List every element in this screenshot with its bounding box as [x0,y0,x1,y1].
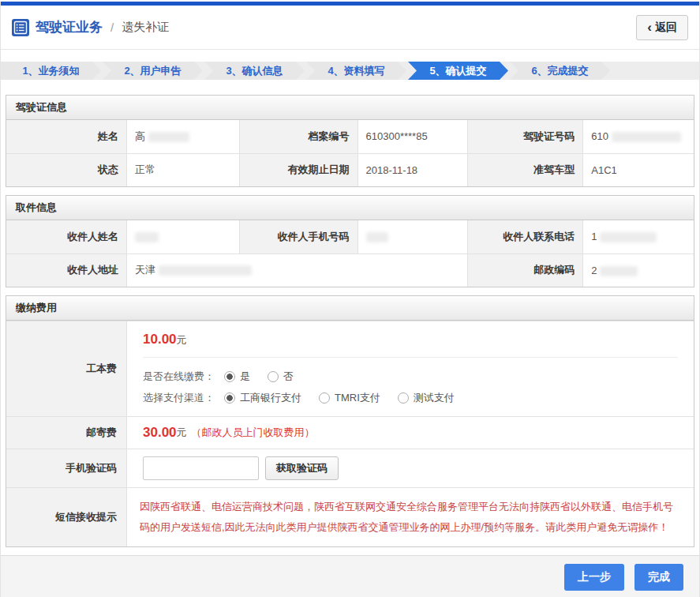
file-number-value: 610300****85 [357,120,467,153]
postage-fee-label: 邮寄费 [6,417,127,449]
channel-tmri-option[interactable]: TMRI支付 [319,387,380,408]
page-subtitle: 遗失补证 [122,20,169,35]
redacted-value [159,265,252,276]
recipient-address-label: 收件人地址 [6,253,126,287]
recipient-name-value [126,220,239,253]
sms-notice-row: 短信接收提示 因陕西省联通、电信运营商技术问题，陕西省互联网交通安全综合服务管理… [6,487,694,546]
valid-until-label: 有效期止日期 [239,153,357,186]
license-info-section: 驾驶证信息 姓名 高 档案编号 610300****85 驾驶证号码 610 状… [6,95,694,187]
online-payment-question-row: 是否在线缴费： 是 否 [143,366,678,387]
radio-selected-icon[interactable] [224,392,235,404]
status-label: 状态 [6,153,126,186]
name-value: 高 [126,120,239,153]
get-code-button[interactable]: 获取验证码 [265,456,339,480]
previous-step-button[interactable]: 上一步 [564,564,624,591]
chevron-left-icon: ‹ [647,23,652,32]
step-2-user-declaration[interactable]: 2、用户申告 [103,62,203,80]
postage-fee-body: 30.00元 （邮政人员上门收取费用） [127,417,694,449]
captcha-body: 获取验证码 [127,449,694,487]
production-fee-amount: 10.00 [143,332,177,347]
valid-until-value: 2018-11-18 [357,153,467,186]
license-info-table: 姓名 高 档案编号 610300****85 驾驶证号码 610 状态 正常 有… [6,120,694,186]
radio-selected-icon[interactable] [224,371,235,382]
channel-icbc-option[interactable]: 工商银行支付 [224,387,301,408]
divider [143,357,678,358]
table-row: 收件人地址 天津 邮政编码 2 [6,253,694,287]
production-fee-amount-line: 10.00元 [143,332,678,347]
name-label: 姓名 [6,120,126,153]
finish-button[interactable]: 完成 [634,564,683,591]
recipient-name-label: 收件人姓名 [6,220,126,253]
step-6-complete-submit[interactable]: 6、完成提交 [510,62,610,80]
vehicle-class-value: A1C1 [583,153,694,186]
online-payment-yes-option[interactable]: 是 [224,366,250,387]
fees-section: 缴纳费用 工本费 10.00元 是否在线缴费： 是 否 [6,295,694,547]
status-value: 正常 [126,153,239,186]
payment-channel-question: 选择支付渠道： [143,387,215,408]
postage-fee-unit: 元 [177,426,187,440]
table-row: 姓名 高 档案编号 610300****85 驾驶证号码 610 [6,120,694,153]
file-number-label: 档案编号 [239,120,357,153]
step-1-business-notice[interactable]: 1、业务须知 [1,62,101,80]
list-icon [12,19,29,36]
redacted-value [366,232,388,242]
table-row: 状态 正常 有效期止日期 2018-11-18 准驾车型 A1C1 [6,153,694,186]
postage-fee-amount: 30.00 [143,425,177,441]
production-fee-row: 工本费 10.00元 是否在线缴费： 是 否 [6,321,694,416]
step-3-confirm-info[interactable]: 3、确认信息 [204,62,305,80]
fees-title: 缴纳费用 [6,296,694,321]
radio-unselected-icon[interactable] [319,392,330,404]
sms-notice-label: 短信接收提示 [6,488,127,546]
online-payment-no-label: 否 [283,366,294,387]
production-fee-unit: 元 [177,334,187,346]
pickup-info-table: 收件人姓名 收件人手机号码 收件人联系电话 1 收件人地址 天津 邮政编码 2 [6,220,694,287]
postal-code-value: 2 [583,253,694,287]
recipient-mobile-value [357,220,467,253]
license-info-title: 驾驶证信息 [6,96,694,120]
step-4-fill-data[interactable]: 4、资料填写 [306,62,406,80]
pickup-info-title: 取件信息 [6,196,694,220]
back-button-label: 返回 [655,21,677,35]
radio-unselected-icon[interactable] [268,371,279,382]
table-row: 收件人姓名 收件人手机号码 收件人联系电话 1 [6,220,694,253]
channel-tmri-label: TMRI支付 [335,387,380,408]
recipient-address-value: 天津 [126,253,467,287]
channel-icbc-label: 工商银行支付 [240,387,301,408]
page: 驾驶证业务 / 遗失补证 ‹ 返回 1、业务须知 2、用户申告 3、确认信息 4… [0,2,700,597]
step-5-confirm-submit[interactable]: 5、确认提交 [408,62,508,80]
back-button[interactable]: ‹ 返回 [636,15,688,40]
footer-action-bar: 上一步 完成 [1,555,699,597]
postage-fee-row: 邮寄费 30.00元 （邮政人员上门收取费用） [6,416,694,449]
recipient-phone-label: 收件人联系电话 [467,220,582,253]
redacted-value [600,266,638,276]
license-number-value: 610 [583,120,694,153]
redacted-value [600,232,657,242]
captcha-label: 手机验证码 [6,449,127,487]
page-title: 驾驶证业务 [36,18,103,36]
online-payment-question: 是否在线缴费： [143,366,215,387]
online-payment-no-option[interactable]: 否 [268,366,294,387]
postage-fee-note: （邮政人员上门收取费用） [192,426,315,440]
captcha-input[interactable] [143,456,259,480]
redacted-value [612,132,681,142]
step-wizard: 1、业务须知 2、用户申告 3、确认信息 4、资料填写 5、确认提交 6、完成提… [1,62,699,80]
breadcrumb-divider: / [110,21,114,34]
captcha-row: 手机验证码 获取验证码 [6,449,694,487]
vehicle-class-label: 准驾车型 [467,153,582,186]
redacted-value [135,232,159,242]
postal-code-label: 邮政编码 [467,253,582,287]
online-payment-yes-label: 是 [240,366,250,387]
recipient-mobile-label: 收件人手机号码 [239,220,357,253]
production-fee-label: 工本费 [6,321,127,416]
recipient-phone-value: 1 [583,220,694,253]
payment-channel-question-row: 选择支付渠道： 工商银行支付 TMRI支付 测试支付 [143,387,678,408]
license-number-label: 驾驶证号码 [467,120,582,153]
sms-notice-text: 因陕西省联通、电信运营商技术问题，陕西省互联网交通安全综合服务管理平台无法向持陕… [127,488,694,546]
production-fee-body: 10.00元 是否在线缴费： 是 否 选择支付渠道： [127,321,694,416]
redacted-value [148,132,189,142]
radio-unselected-icon[interactable] [398,392,409,404]
channel-test-option[interactable]: 测试支付 [398,387,455,408]
pickup-info-section: 取件信息 收件人姓名 收件人手机号码 收件人联系电话 1 收件人地址 天津 邮政… [6,195,694,287]
page-header: 驾驶证业务 / 遗失补证 ‹ 返回 [1,6,699,50]
channel-test-label: 测试支付 [414,387,455,408]
